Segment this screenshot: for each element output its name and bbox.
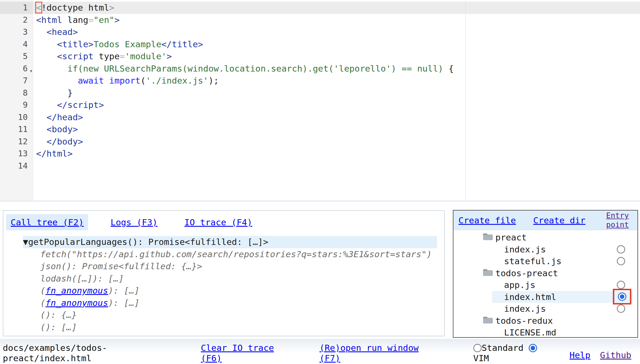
call-tree-text: (): {…}: [40, 310, 77, 320]
code-token: !doctype html: [41, 3, 109, 13]
folder-name: preact: [495, 231, 527, 244]
code-line[interactable]: <body>: [33, 123, 640, 136]
code-line[interactable]: <head>: [33, 26, 640, 38]
clear-io-trace-button[interactable]: Clear IO trace (F6): [201, 343, 284, 363]
entry-point-highlight-box: [613, 289, 631, 304]
file-name: app.js: [504, 280, 535, 290]
entry-point-radio[interactable]: [617, 281, 625, 289]
github-link[interactable]: Github: [600, 350, 631, 360]
call-tree-text: ): […]: [108, 334, 140, 336]
fn-anonymous-link[interactable]: fn_anonymous: [46, 298, 108, 308]
call-tree-row[interactable]: (): […]: [40, 321, 437, 334]
folder-row[interactable]: todos-redux: [453, 315, 637, 327]
code-token: </head>: [46, 112, 83, 122]
code-line[interactable]: <!doctype html>: [33, 2, 640, 14]
code-token: "en": [93, 15, 114, 25]
editor-code[interactable]: <!doctype html><html lang="en"><head><ti…: [33, 0, 640, 200]
file-row[interactable]: index.js: [492, 244, 637, 256]
gutter-line-number: 8: [0, 87, 33, 99]
line-number-text: 11: [18, 124, 28, 134]
file-name: LICENSE.md: [504, 327, 556, 337]
gutter-line-number: 13: [0, 148, 33, 160]
folder-row[interactable]: todos-preact: [453, 267, 637, 279]
code-line[interactable]: </html>: [33, 148, 640, 160]
file-name: index.js: [504, 304, 546, 314]
entry-point-radio[interactable]: [617, 257, 625, 265]
code-token: './index.js': [146, 75, 208, 86]
call-tree-text: ): […]: [108, 285, 140, 296]
entry-point-column-header[interactable]: Entry point: [606, 211, 634, 229]
reopen-run-window-button[interactable]: (Re)open run window (F7): [319, 343, 429, 363]
code-token: </body>: [46, 136, 83, 146]
code-token: >: [109, 3, 114, 13]
mode-radio-vim[interactable]: [529, 344, 537, 352]
code-line[interactable]: <html lang="en">: [33, 14, 640, 26]
entry-point-radio[interactable]: [618, 292, 626, 301]
call-tree-text: lodash([…]): […]: [40, 273, 124, 283]
code-token: if(new URLSearchParams(window.location.s…: [67, 63, 448, 74]
code-line[interactable]: }: [33, 87, 640, 99]
entry-point-radio[interactable]: [617, 304, 625, 313]
file-row[interactable]: LICENSE.md: [492, 327, 637, 338]
call-tree-row[interactable]: (fn_anonymous): […]: [40, 297, 437, 309]
call-tree-row[interactable]: (): {…}: [40, 309, 437, 321]
code-token: type: [99, 51, 120, 61]
call-tree-row[interactable]: (fn_anonymous): […]: [40, 333, 437, 336]
tab-io-trace-f4[interactable]: IO trace (F4): [180, 214, 257, 230]
call-tree-text: fetch("https://api.github.com/search/rep…: [40, 249, 432, 259]
tab-call-tree-f2[interactable]: Call tree (F2): [6, 214, 88, 230]
code-token: Todos Example: [93, 39, 161, 49]
line-number-text: 4: [23, 39, 28, 49]
call-tree-row[interactable]: ▼getPopularLanguages(): Promise<fulfille…: [23, 236, 437, 248]
tab-logs-f3[interactable]: Logs (F3): [106, 214, 162, 230]
code-line[interactable]: await import('./index.js');: [33, 75, 640, 87]
mode-label-vim: VIM: [473, 353, 489, 363]
help-link[interactable]: Help: [570, 350, 590, 360]
call-tree-text: (): […]: [40, 322, 77, 332]
code-line[interactable]: </script>: [33, 99, 640, 111]
call-tree-row[interactable]: json(): Promise<fulfilled: {…}>: [40, 260, 437, 273]
code-line[interactable]: [33, 160, 640, 172]
code-token: <title>: [57, 39, 94, 49]
gutter-line-number: 10: [0, 111, 33, 124]
code-line[interactable]: <script type='module'>: [33, 50, 640, 63]
code-editor[interactable]: 123456▾7891011121314 <!doctype html><htm…: [0, 0, 640, 202]
code-line[interactable]: </head>: [33, 111, 640, 124]
code-token: <body>: [46, 124, 78, 134]
folder-name: todos-redux: [495, 315, 553, 327]
code-line[interactable]: </body>: [33, 136, 640, 148]
line-number-text: 13: [18, 149, 28, 158]
code-token: =: [120, 51, 125, 61]
code-token: [62, 15, 67, 25]
call-tree-row[interactable]: (fn_anonymous): […]: [40, 285, 437, 297]
vim-block-cursor: <: [36, 3, 41, 13]
folder-icon: [483, 316, 493, 324]
file-row[interactable]: index.js: [492, 303, 637, 315]
column-ruler: [465, 0, 466, 200]
line-number-text: 2: [23, 15, 28, 25]
folder-row[interactable]: preact: [453, 231, 637, 244]
create-file-button[interactable]: Create file: [458, 215, 516, 225]
file-row[interactable]: index.html: [492, 291, 633, 303]
entry-point-radio[interactable]: [617, 245, 625, 254]
file-row[interactable]: stateful.js: [492, 255, 637, 267]
calltree-tabs: Call tree (F2)Logs (F3)IO trace (F4): [6, 214, 444, 230]
folder-name: todos-preact: [495, 267, 558, 279]
call-tree-row[interactable]: fetch("https://api.github.com/search/rep…: [40, 248, 437, 261]
fn-anonymous-link[interactable]: fn_anonymous: [46, 285, 108, 296]
create-dir-button[interactable]: Create dir: [533, 215, 585, 225]
line-number-text: 3: [23, 27, 28, 37]
keyboard-mode-group: Standard VIM: [473, 343, 544, 363]
gutter-line-number: 5: [0, 50, 33, 63]
code-token: <script: [57, 51, 94, 61]
file-name: index.js: [504, 244, 546, 254]
code-line[interactable]: <title>Todos Example</title>: [33, 38, 640, 51]
mode-radio-standard[interactable]: [473, 344, 482, 352]
line-number-text: 8: [23, 88, 28, 98]
call-tree-row[interactable]: lodash([…]): […]: [40, 273, 437, 285]
code-token: </script>: [57, 100, 104, 110]
file-tree-panel: Create file Create dir Entry point preac…: [453, 210, 638, 338]
code-line[interactable]: if(new URLSearchParams(window.location.s…: [33, 63, 640, 75]
code-token: {: [448, 63, 454, 74]
fn-anonymous-link[interactable]: fn_anonymous: [46, 334, 108, 336]
